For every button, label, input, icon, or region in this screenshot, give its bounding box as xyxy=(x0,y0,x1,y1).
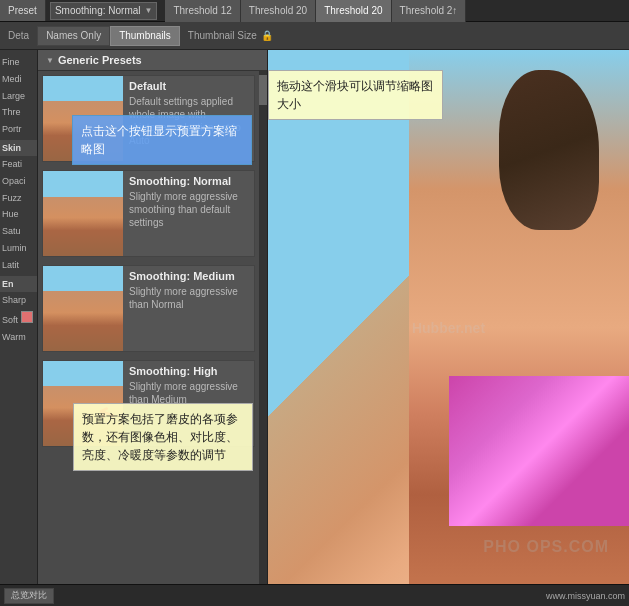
threshold-tab-20a[interactable]: Threshold 20 xyxy=(241,0,316,22)
preset-thumbnail-normal xyxy=(43,171,123,256)
preset-name-default: Default xyxy=(129,80,248,92)
second-row: Deta Names Only Thumbnails Thumbnail Siz… xyxy=(0,22,629,50)
scrollbar-thumb[interactable] xyxy=(259,75,267,105)
watermark-main: PHO OPS.COM xyxy=(483,538,609,556)
preset-desc-normal: Slightly more aggressive smoothing than … xyxy=(129,190,248,229)
sidebar-item-sharp[interactable]: Sharp xyxy=(0,292,37,309)
presets-panel: ▼ Generic Presets Default Default settin… xyxy=(38,50,268,606)
sidebar-item-large[interactable]: Large xyxy=(0,88,37,105)
bottom-url: www.missyuan.com xyxy=(546,591,625,601)
preset-item-medium[interactable]: Smoothing: Medium Slightly more aggressi… xyxy=(42,265,255,352)
preset-name-medium: Smoothing: Medium xyxy=(129,270,248,282)
sidebar-item-satu[interactable]: Satu xyxy=(0,223,37,240)
sidebar-item-thre[interactable]: Thre xyxy=(0,104,37,121)
top-tab-bar: Preset Smoothing: Normal ▼ Threshold 12 … xyxy=(0,0,629,22)
scrollbar-track[interactable] xyxy=(259,71,267,606)
smoothing-dropdown[interactable]: Smoothing: Normal ▼ xyxy=(50,2,158,20)
sidebar-item-lumin[interactable]: Lumin xyxy=(0,240,37,257)
sidebar-section-skin: Skin xyxy=(0,140,37,156)
sidebar-item-hue[interactable]: Hue xyxy=(0,206,37,223)
sidebar-item-fine[interactable]: Fine xyxy=(0,54,37,71)
photo-swimsuit xyxy=(449,376,629,526)
photo-area: 拖动这个滑块可以调节缩略图大小 PHO OPS.COM Hubber.net xyxy=(268,50,629,606)
presets-header-label: Generic Presets xyxy=(58,54,142,66)
triangle-icon: ▼ xyxy=(46,56,54,65)
sidebar-item-portr[interactable]: Portr xyxy=(0,121,37,138)
sidebar-item-warm[interactable]: Warm xyxy=(0,329,37,346)
preset-info-medium: Smoothing: Medium Slightly more aggressi… xyxy=(123,266,254,351)
bottom-bar: 总览对比 www.missyuan.com xyxy=(0,584,629,606)
color-swatch xyxy=(21,311,33,323)
names-only-button[interactable]: Names Only xyxy=(37,26,110,46)
preset-item-normal[interactable]: Smoothing: Normal Slightly more aggressi… xyxy=(42,170,255,257)
thumbnail-size-control: Thumbnail Size 🔒 xyxy=(188,30,273,41)
threshold-tab-21[interactable]: Threshold 2↑ xyxy=(392,0,467,22)
thumbnails-button[interactable]: Thumbnails xyxy=(110,26,180,46)
preset-info-normal: Smoothing: Normal Slightly more aggressi… xyxy=(123,171,254,256)
detail-label: Deta xyxy=(4,30,33,41)
preset-desc-medium: Slightly more aggressive than Normal xyxy=(129,285,248,311)
preset-name-normal: Smoothing: Normal xyxy=(129,175,248,187)
sidebar-section-en: En xyxy=(0,276,37,292)
compare-button[interactable]: 总览对比 xyxy=(4,588,54,604)
main-layout: Fine Medi Large Thre Portr Skin Feati Op… xyxy=(0,50,629,606)
annotation-bubble-3: 预置方案包括了磨皮的各项参数，还有图像色相、对比度、亮度、冷暖度等参数的调节 xyxy=(73,403,253,471)
lock-icon: 🔒 xyxy=(261,30,273,41)
dropdown-arrow-icon: ▼ xyxy=(145,6,153,15)
sidebar-item-medi[interactable]: Medi xyxy=(0,71,37,88)
sidebar-item-fuzz[interactable]: Fuzz xyxy=(0,190,37,207)
sidebar-item-latit[interactable]: Latit xyxy=(0,257,37,274)
sidebar-item-soft[interactable]: Soft xyxy=(0,308,37,329)
preset-thumbnail-medium xyxy=(43,266,123,351)
threshold-tab-12[interactable]: Threshold 12 xyxy=(165,0,240,22)
main-photo: 拖动这个滑块可以调节缩略图大小 PHO OPS.COM Hubber.net xyxy=(268,50,629,606)
annotation-bubble-1: 点击这个按钮显示预置方案缩略图 xyxy=(72,115,252,165)
presets-list: Default Default settings applied whole i… xyxy=(38,71,259,606)
sidebar-item-opaci[interactable]: Opaci xyxy=(0,173,37,190)
preset-name-high: Smoothing: High xyxy=(129,365,248,377)
threshold-tab-20b[interactable]: Threshold 20 xyxy=(316,0,391,22)
photo-hair xyxy=(499,70,599,230)
annotation-bubble-2: 拖动这个滑块可以调节缩略图大小 xyxy=(268,70,443,120)
threshold-tab-group: Threshold 12 Threshold 20 Threshold 20 T… xyxy=(165,0,466,22)
watermark-center: Hubber.net xyxy=(412,320,485,336)
left-sidebar: Fine Medi Large Thre Portr Skin Feati Op… xyxy=(0,50,38,606)
sidebar-item-feati[interactable]: Feati xyxy=(0,156,37,173)
preset-label: Preset xyxy=(0,0,46,21)
presets-header: ▼ Generic Presets xyxy=(38,50,267,71)
